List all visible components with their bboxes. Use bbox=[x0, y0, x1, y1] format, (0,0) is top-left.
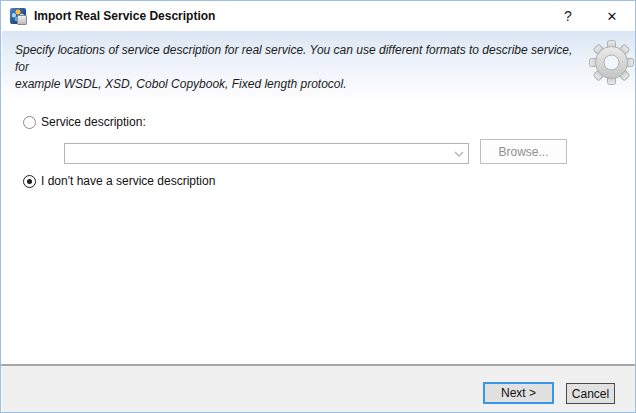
radio-no-description[interactable]: I don't have a service description bbox=[23, 174, 215, 188]
radio-circle-unselected[interactable] bbox=[23, 116, 36, 129]
wizard-description: Specify locations of service description… bbox=[15, 42, 587, 93]
title-bar: Import Real Service Description ? ✕ bbox=[1, 1, 635, 31]
page-title: Import Real Service Description bbox=[34, 9, 215, 23]
radio-no-description-label: I don't have a service description bbox=[41, 174, 215, 188]
close-button[interactable]: ✕ bbox=[589, 1, 635, 31]
next-button[interactable]: Next > bbox=[483, 382, 554, 404]
radio-service-description[interactable]: Service description: bbox=[23, 115, 146, 129]
service-description-combobox[interactable] bbox=[64, 143, 469, 164]
help-button[interactable]: ? bbox=[547, 1, 589, 31]
radio-service-description-label: Service description: bbox=[41, 115, 146, 129]
service-description-input[interactable] bbox=[65, 144, 450, 163]
app-icon bbox=[10, 8, 26, 24]
wizard-description-line2: example WSDL, XSD, Cobol Copybook, Fixed… bbox=[15, 76, 587, 93]
titlebar-buttons: ? ✕ bbox=[547, 1, 635, 31]
radio-circle-selected[interactable] bbox=[23, 175, 36, 188]
browse-button[interactable]: Browse... bbox=[480, 139, 567, 164]
combo-chevron-down-icon[interactable] bbox=[450, 144, 468, 163]
wizard-header: Specify locations of service description… bbox=[2, 31, 636, 98]
wizard-description-line1: Specify locations of service description… bbox=[15, 42, 587, 76]
radio-dot bbox=[27, 179, 32, 184]
gear-icon bbox=[589, 40, 634, 85]
dialog-window: Import Real Service Description ? ✕ Spec… bbox=[0, 0, 636, 413]
cancel-button[interactable]: Cancel bbox=[566, 383, 615, 404]
wizard-content bbox=[2, 98, 636, 364]
